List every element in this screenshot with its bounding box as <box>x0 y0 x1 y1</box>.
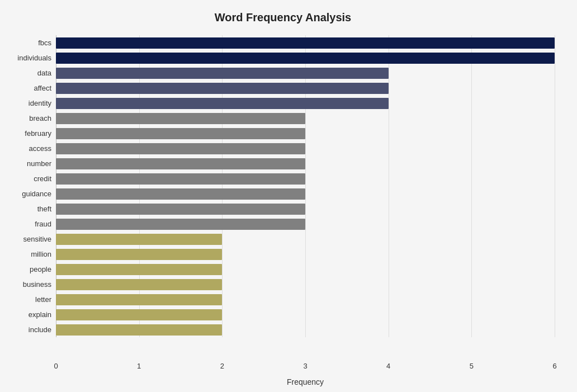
bar-row <box>56 51 555 65</box>
bar-row <box>56 277 555 292</box>
bar <box>56 98 389 109</box>
bar-row <box>56 81 555 96</box>
bar <box>56 83 389 94</box>
bar-row <box>56 187 555 201</box>
bar <box>56 219 305 230</box>
bar-row <box>56 111 555 126</box>
y-axis-label: explain <box>29 308 51 322</box>
bar-row <box>56 232 555 247</box>
chart-container: Word Frequency Analysis fbcsindividualsd… <box>0 0 577 392</box>
y-axis-label: business <box>23 277 51 292</box>
y-axis-label: number <box>27 157 51 171</box>
x-tick-label: 5 <box>470 362 474 370</box>
y-axis-label: include <box>29 323 51 337</box>
y-axis-label: theft <box>37 202 51 216</box>
bar <box>56 309 222 320</box>
x-tick-label: 1 <box>137 362 141 370</box>
bar <box>56 234 222 245</box>
y-axis-label: access <box>29 141 51 156</box>
bar-row <box>56 141 555 156</box>
bar <box>56 188 305 200</box>
bar-row <box>56 126 555 141</box>
bar-row <box>56 247 555 262</box>
bar <box>56 113 305 124</box>
bar <box>56 324 222 336</box>
chart-area: fbcsindividualsdataaffectidentitybreachf… <box>11 35 555 360</box>
y-axis-label: million <box>31 247 51 262</box>
y-axis-label: letter <box>35 292 51 307</box>
bar-row <box>56 66 555 81</box>
x-tick-label: 0 <box>54 362 58 370</box>
y-axis-label: data <box>37 66 51 81</box>
y-axis-label: fraud <box>35 217 51 232</box>
bar <box>56 53 555 64</box>
x-ticks: 0123456 <box>56 362 555 373</box>
bar <box>56 68 389 79</box>
bar-row <box>56 157 555 171</box>
bar <box>56 158 305 169</box>
y-axis-label: credit <box>34 172 51 186</box>
bar-row <box>56 217 555 232</box>
bar <box>56 249 222 260</box>
x-axis-label: Frequency <box>56 377 555 386</box>
bar-row <box>56 323 555 337</box>
y-axis: fbcsindividualsdataaffectidentitybreachf… <box>11 35 56 337</box>
y-axis-label: breach <box>29 111 51 126</box>
bars-and-grid <box>56 35 555 337</box>
chart-title: Word Frequency Analysis <box>11 11 555 24</box>
y-axis-label: fbcs <box>38 36 51 50</box>
y-axis-label: affect <box>34 81 51 96</box>
bar <box>56 173 305 185</box>
x-tick-label: 6 <box>552 362 556 370</box>
y-axis-label: people <box>30 262 51 277</box>
bar <box>56 128 305 139</box>
bar-row <box>56 292 555 307</box>
bar <box>56 294 222 305</box>
bar-row <box>56 36 555 50</box>
bar-row <box>56 172 555 186</box>
grid-line <box>555 35 555 337</box>
bar <box>56 143 305 154</box>
y-axis-label: sensitive <box>23 232 51 247</box>
bar <box>56 37 555 49</box>
plot-area: fbcsindividualsdataaffectidentitybreachf… <box>11 35 555 360</box>
y-axis-label: guidance <box>22 187 51 201</box>
bar <box>56 279 222 290</box>
bar-row <box>56 96 555 111</box>
y-axis-label: february <box>25 126 51 141</box>
x-tick-label: 2 <box>220 362 224 370</box>
bars <box>56 35 555 337</box>
bar-row <box>56 308 555 322</box>
x-tick-label: 4 <box>386 362 390 370</box>
bar-row <box>56 262 555 277</box>
bar <box>56 264 222 275</box>
y-axis-label: individuals <box>17 51 51 65</box>
x-tick-label: 3 <box>303 362 307 370</box>
bar <box>56 204 305 215</box>
y-axis-label: identity <box>29 96 51 111</box>
bar-row <box>56 202 555 216</box>
x-axis-area: 0123456 Frequency <box>56 360 555 386</box>
